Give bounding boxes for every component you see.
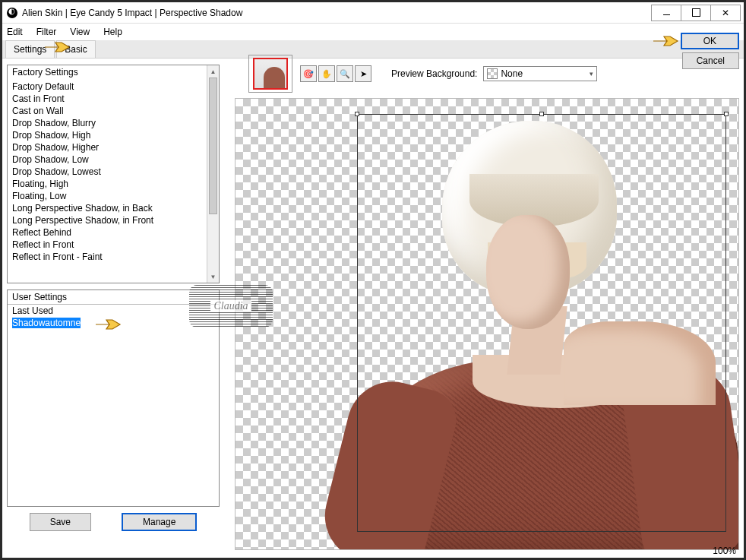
preview-tools: 🎯 ✋ 🔍 ➤	[300, 65, 371, 82]
factory-item[interactable]: Floating, High	[8, 178, 219, 190]
user-settings-header: User Settings	[8, 290, 219, 305]
factory-item[interactable]: Drop Shadow, Blurry	[8, 117, 219, 129]
factory-item[interactable]: Drop Shadow, Lowest	[8, 166, 219, 178]
selection-handle[interactable]	[724, 112, 729, 116]
preview-bg-label: Preview Background:	[391, 68, 477, 79]
selection-handle[interactable]	[539, 112, 544, 116]
plugin-window: Alien Skin | Eye Candy 5 Impact | Perspe…	[0, 0, 746, 560]
save-button[interactable]: Save	[30, 513, 91, 531]
tab-basic[interactable]: Basic	[56, 40, 95, 58]
maximize-button[interactable]	[681, 5, 711, 21]
factory-item[interactable]: Long Perspective Shadow, in Front	[8, 214, 219, 226]
menu-edit[interactable]: Edit	[7, 27, 23, 37]
ok-button[interactable]: OK	[681, 33, 739, 49]
menu-view[interactable]: View	[70, 27, 90, 37]
color-picker-icon[interactable]: 🎯	[300, 65, 317, 82]
scroll-thumb[interactable]	[209, 78, 217, 214]
ok-label: OK	[703, 36, 716, 46]
factory-item[interactable]: Drop Shadow, Higher	[8, 141, 219, 153]
pointer-icon[interactable]: ➤	[355, 65, 371, 82]
preview-bg-value: None	[501, 68, 523, 79]
preview-area: OK Cancel 🎯 ✋ 🔍 ➤ Preview Background: No…	[235, 49, 739, 550]
factory-item[interactable]: Factory Default	[8, 81, 219, 93]
minimize-button[interactable]	[651, 5, 681, 21]
main-area: Factory Settings Factory Default Cast in…	[7, 65, 739, 550]
preview-canvas[interactable]	[235, 98, 739, 550]
app-icon	[7, 8, 17, 18]
preview-bg-select[interactable]: None ▾	[483, 66, 597, 81]
factory-item[interactable]: Drop Shadow, Low	[8, 153, 219, 166]
user-item-last-used[interactable]: Last Used	[8, 305, 219, 317]
factory-item[interactable]: Reflect in Front	[8, 239, 219, 251]
user-settings-list: User Settings Last Used Shadowautomne	[7, 289, 220, 507]
selection-handle[interactable]	[355, 112, 359, 116]
user-settings-items: Last Used Shadowautomne	[8, 305, 219, 329]
window-title: Alien Skin | Eye Candy 5 Impact | Perspe…	[22, 8, 652, 18]
menu-bar: Edit Filter View Help	[2, 24, 744, 40]
tab-settings-label: Settings	[14, 44, 46, 55]
hand-pan-icon[interactable]: ✋	[318, 65, 335, 82]
zoom-icon[interactable]: 🔍	[337, 65, 353, 82]
factory-settings-list: Factory Settings Factory Default Cast in…	[7, 65, 220, 283]
scroll-up-icon[interactable]: ▲	[207, 65, 219, 78]
checker-swatch-icon	[487, 68, 498, 79]
manage-button[interactable]: Manage	[122, 513, 197, 531]
preview-toolbar: 🎯 ✋ 🔍 ➤ Preview Background: None ▾	[235, 49, 739, 98]
factory-item[interactable]: Cast in Front	[8, 93, 219, 105]
factory-item[interactable]: Cast on Wall	[8, 105, 219, 117]
factory-item[interactable]: Floating, Low	[8, 190, 219, 202]
factory-item[interactable]: Reflect in Front - Faint	[8, 251, 219, 263]
factory-item[interactable]: Drop Shadow, High	[8, 129, 219, 141]
navigator-thumbnail[interactable]	[248, 55, 292, 93]
factory-settings-items: Factory Default Cast in Front Cast on Wa…	[8, 79, 219, 264]
settings-panel: Factory Settings Factory Default Cast in…	[7, 65, 220, 526]
zoom-level: 100%	[713, 546, 736, 556]
factory-item[interactable]: Long Perspective Shadow, in Back	[8, 202, 219, 214]
selection-bounds[interactable]	[357, 114, 726, 532]
window-controls	[652, 5, 741, 21]
factory-scrollbar[interactable]: ▲ ▼	[207, 65, 219, 283]
user-item-selected[interactable]: Shadowautomne	[12, 318, 81, 328]
chevron-down-icon: ▾	[590, 70, 593, 78]
title-bar: Alien Skin | Eye Candy 5 Impact | Perspe…	[2, 2, 744, 24]
tab-settings[interactable]: Settings	[5, 40, 55, 58]
menu-filter[interactable]: Filter	[36, 27, 57, 37]
scroll-down-icon[interactable]: ▼	[207, 271, 219, 283]
close-button[interactable]	[710, 5, 741, 21]
factory-item[interactable]: Reflect Behind	[8, 226, 219, 239]
menu-help[interactable]: Help	[103, 27, 122, 37]
navigator-viewport	[253, 58, 288, 90]
tab-basic-label: Basic	[65, 44, 87, 55]
settings-button-row: Save Manage	[7, 513, 220, 531]
factory-settings-header: Factory Settings	[8, 65, 219, 79]
